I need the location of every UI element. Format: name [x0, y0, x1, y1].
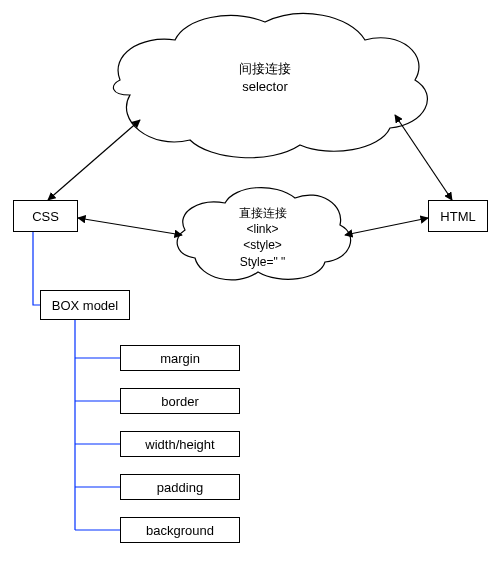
cloud-mid-line1: 直接连接: [215, 205, 310, 221]
css-node-label: CSS: [32, 209, 59, 224]
cloud-mid-label: 直接连接 <link> <style> Style=" ": [215, 205, 310, 270]
svg-line-2: [78, 218, 182, 235]
svg-line-0: [48, 120, 140, 200]
box-model-label: BOX model: [52, 298, 118, 313]
diagram-canvas: { "cloud_top": { "line1": "间接连接", "line2…: [0, 0, 500, 571]
svg-line-1: [395, 115, 452, 200]
item-padding-label: padding: [157, 480, 203, 495]
cloud-top-line2: selector: [200, 78, 330, 96]
cloud-mid-line2: <link>: [215, 221, 310, 237]
cloud-mid-line4: Style=" ": [215, 254, 310, 270]
item-border: border: [120, 388, 240, 414]
item-border-label: border: [161, 394, 199, 409]
item-margin-label: margin: [160, 351, 200, 366]
html-node-label: HTML: [440, 209, 475, 224]
item-background: background: [120, 517, 240, 543]
item-margin: margin: [120, 345, 240, 371]
html-node: HTML: [428, 200, 488, 232]
cloud-top-label: 间接连接 selector: [200, 60, 330, 95]
item-background-label: background: [146, 523, 214, 538]
item-width-height: width/height: [120, 431, 240, 457]
item-wh-label: width/height: [145, 437, 214, 452]
box-model-node: BOX model: [40, 290, 130, 320]
css-node: CSS: [13, 200, 78, 232]
cloud-mid-line3: <style>: [215, 237, 310, 253]
cloud-top-line1: 间接连接: [200, 60, 330, 78]
svg-line-3: [345, 218, 428, 235]
item-padding: padding: [120, 474, 240, 500]
